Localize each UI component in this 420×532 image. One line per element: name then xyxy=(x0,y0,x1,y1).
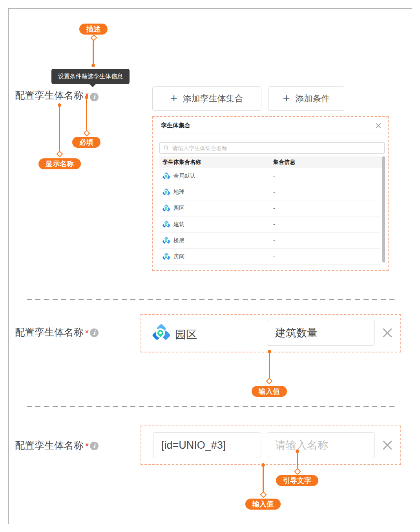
field-label-configure-twin-name-3: 配置孪生体名称* xyxy=(15,440,89,451)
section-divider xyxy=(27,299,395,300)
remove-icon[interactable] xyxy=(382,439,393,451)
field-label-text: 配置孪生体名称 xyxy=(15,327,84,338)
field-label-configure-twin-name-2: 配置孪生体名称* xyxy=(15,327,89,338)
table-body: 全局默认 - 地球 - 园区 - 建筑 - 楼层 - xyxy=(159,168,380,265)
required-asterisk: * xyxy=(85,328,89,338)
callout-line xyxy=(86,98,87,132)
annotation-badge-describe: 描述 xyxy=(79,24,108,35)
table-row[interactable]: 全局默认 - xyxy=(159,168,380,184)
annotation-badge-required: 必填 xyxy=(72,137,100,148)
table-row[interactable]: 房间 - xyxy=(159,249,380,265)
annotation-badge-input-value-2: 输入值 xyxy=(245,499,281,510)
scrollbar[interactable] xyxy=(382,156,385,262)
twin-collection-icon xyxy=(163,172,170,180)
row-name: 建筑 xyxy=(173,221,184,228)
add-twin-collection-label: 添加孪生体集合 xyxy=(183,93,243,105)
twin-collection-icon xyxy=(163,204,170,212)
twin-collection-icon xyxy=(152,324,170,342)
row-info: - xyxy=(273,221,275,227)
screenshot-canvas: 配置孪生体名称* i + 添加孪生体集合 + 添加条件 孪生体集合 孪生体集合名… xyxy=(0,0,420,532)
plus-icon: + xyxy=(283,92,290,104)
row-name: 园区 xyxy=(173,205,184,212)
callout-dot xyxy=(91,64,95,67)
field-label-text: 配置孪生体名称 xyxy=(15,440,84,451)
row-info: - xyxy=(273,205,275,211)
search-input[interactable] xyxy=(159,142,385,154)
table-header: 孪生体集合名称 集合信息 xyxy=(159,156,385,168)
table-row[interactable]: 地球 - xyxy=(159,184,380,200)
row-name: 地球 xyxy=(173,189,184,196)
remove-icon[interactable] xyxy=(382,327,393,339)
row-info: - xyxy=(273,189,275,195)
annotation-badge-guide-text: 引导文字 xyxy=(276,475,318,486)
table-row[interactable]: 建筑 - xyxy=(159,216,380,233)
row-info: - xyxy=(273,173,275,179)
callout-line xyxy=(59,106,60,153)
table-row[interactable]: 楼层 - xyxy=(159,233,380,249)
annotation-badge-display-name: 显示名称 xyxy=(38,158,81,169)
panel-header-divider xyxy=(153,134,388,134)
table-row[interactable]: 园区 - xyxy=(159,200,380,216)
tooltip-text: 设置条件筛选孪生体信息 xyxy=(58,73,123,79)
highlight-box-twin-item: 园区 xyxy=(141,314,401,352)
add-condition-label: 添加条件 xyxy=(295,93,330,105)
twin-name-placeholder-input[interactable] xyxy=(267,432,375,458)
callout-line xyxy=(269,353,270,380)
twin-name-input[interactable] xyxy=(267,320,375,346)
add-twin-collection-button[interactable]: + 添加孪生体集合 xyxy=(152,86,261,111)
plus-icon: + xyxy=(170,92,177,104)
column-header-name: 孪生体集合名称 xyxy=(159,159,201,166)
entity-name: 园区 xyxy=(175,327,197,342)
twin-collection-icon xyxy=(163,220,170,228)
row-info: - xyxy=(273,237,275,244)
annotation-badge-input-value: 输入值 xyxy=(252,386,287,397)
twin-id-input[interactable] xyxy=(153,432,261,458)
column-header-info: 集合信息 xyxy=(273,159,295,166)
row-name: 房间 xyxy=(173,253,184,260)
field-label-text: 配置孪生体名称 xyxy=(15,90,84,101)
twin-collection-panel: 孪生体集合 孪生体集合名称 集合信息 全局默认 - 地球 - 园区 - xyxy=(152,116,389,271)
callout-line xyxy=(263,466,264,493)
twin-collection-icon xyxy=(163,188,170,196)
twin-collection-icon xyxy=(163,253,170,260)
twin-collection-icon xyxy=(163,237,170,244)
section-divider xyxy=(27,406,395,407)
row-name: 全局默认 xyxy=(173,172,195,180)
info-icon[interactable]: i xyxy=(90,328,99,337)
panel-title: 孪生体集合 xyxy=(161,122,190,129)
highlight-box-id-item xyxy=(141,426,401,465)
tooltip: 设置条件筛选孪生体信息 xyxy=(51,69,130,84)
close-icon[interactable] xyxy=(375,123,382,129)
add-condition-button[interactable]: + 添加条件 xyxy=(268,86,344,111)
row-name: 楼层 xyxy=(173,237,184,244)
search-icon xyxy=(163,145,169,151)
row-info: - xyxy=(273,253,275,260)
info-icon[interactable]: i xyxy=(90,442,99,450)
required-asterisk: * xyxy=(85,441,89,451)
callout-line xyxy=(93,40,94,64)
field-label-configure-twin-name-1: 配置孪生体名称* xyxy=(15,90,89,101)
info-icon[interactable]: i xyxy=(90,93,99,101)
